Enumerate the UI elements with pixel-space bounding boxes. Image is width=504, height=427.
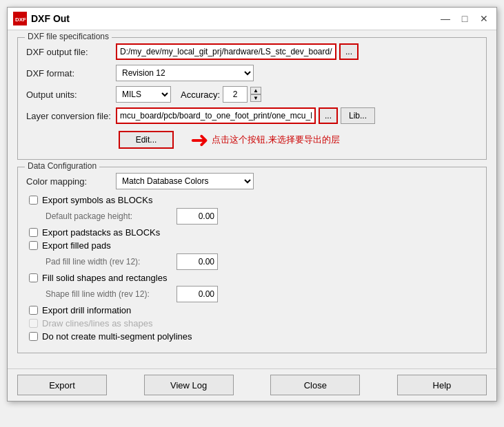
accuracy-up-button[interactable]: ▲ <box>250 87 261 94</box>
minimize-button[interactable]: — <box>439 12 452 25</box>
no-multi-segment-checkbox[interactable] <box>29 332 38 341</box>
export-padstacks-row: Export padstacks as BLOCKs <box>29 227 478 238</box>
edit-button[interactable]: Edit... <box>119 131 174 149</box>
no-multi-segment-row: Do not create multi-segment polylines <box>29 331 478 342</box>
fill-solid-checkbox[interactable] <box>29 273 38 282</box>
export-drill-row: Export drill information <box>29 305 478 315</box>
pkg-height-row: Default package height: <box>46 208 478 225</box>
layer-file-label: Layer conversion file: <box>26 111 116 121</box>
layer-browse-button[interactable]: ... <box>319 107 338 124</box>
format-label: DXF format: <box>26 68 116 79</box>
dxf-out-window: DXF DXF Out — □ ✕ DXF file specification… <box>7 7 497 402</box>
export-symbols-checkbox[interactable] <box>29 196 38 205</box>
accuracy-label: Accuracy: <box>181 90 220 100</box>
footer: Export View Log Close Help <box>8 368 496 401</box>
dxf-specs-label: DXF file specifications <box>25 32 112 41</box>
pkg-height-label: Default package height: <box>46 211 177 221</box>
draw-clines-checkbox <box>29 319 38 328</box>
accuracy-down-button[interactable]: ▼ <box>250 94 261 102</box>
export-button[interactable]: Export <box>17 375 107 395</box>
window-title: DXF Out <box>31 13 70 24</box>
draw-clines-row: Draw clines/lines as shapes <box>29 318 478 329</box>
color-mapping-row: Color mapping: Match Database Colors Off <box>26 173 478 189</box>
units-label: Output units: <box>26 90 116 100</box>
no-multi-segment-label: Do not create multi-segment polylines <box>42 331 192 342</box>
pkg-height-input[interactable] <box>177 208 218 225</box>
maximize-button[interactable]: □ <box>458 12 472 25</box>
fill-solid-row: Fill solid shapes and rectangles <box>29 273 478 283</box>
help-button[interactable]: Help <box>397 375 487 395</box>
draw-clines-label: Draw clines/lines as shapes <box>42 318 152 329</box>
export-filled-pads-row: Export filled pads <box>29 240 478 251</box>
dxf-specs-group: DXF file specifications DXF output file:… <box>17 37 487 160</box>
color-mapping-select[interactable]: Match Database Colors Off <box>116 173 254 189</box>
export-padstacks-label: Export padstacks as BLOCKs <box>42 227 160 238</box>
window-body: DXF file specifications DXF output file:… <box>8 30 496 368</box>
export-padstacks-checkbox[interactable] <box>29 228 38 237</box>
fill-solid-label: Fill solid shapes and rectangles <box>42 273 167 283</box>
output-file-label: DXF output file: <box>26 47 116 57</box>
pad-fill-row: Pad fill line width (rev 12): <box>46 253 478 270</box>
units-select[interactable]: MILS <box>116 86 171 103</box>
output-file-browse-button[interactable]: ... <box>339 43 359 60</box>
data-config-group: Data Configuration Color mapping: Match … <box>17 167 487 353</box>
output-file-input[interactable] <box>116 43 336 60</box>
svg-text:DXF: DXF <box>15 17 26 23</box>
output-file-row: DXF output file: ... <box>26 43 478 60</box>
export-filled-pads-checkbox[interactable] <box>29 241 38 250</box>
edit-row: Edit... ➜ 点击这个按钮,来选择要导出的层 <box>26 129 478 151</box>
shape-fill-input[interactable] <box>177 286 218 302</box>
format-select[interactable]: Revision 12 <box>116 65 254 81</box>
pad-fill-label: Pad fill line width (rev 12): <box>46 257 177 267</box>
app-icon: DXF <box>13 12 27 25</box>
color-mapping-label: Color mapping: <box>26 176 116 187</box>
pad-fill-input[interactable] <box>177 253 218 270</box>
export-symbols-label: Export symbols as BLOCKs <box>42 195 152 205</box>
layer-file-input[interactable] <box>116 107 316 124</box>
accuracy-input[interactable] <box>223 86 248 103</box>
export-filled-pads-label: Export filled pads <box>42 240 111 251</box>
export-drill-label: Export drill information <box>42 305 131 315</box>
shape-fill-row: Shape fill line width (rev 12): <box>46 286 478 302</box>
units-row: Output units: MILS Accuracy: ▲ ▼ <box>26 86 478 103</box>
data-config-label: Data Configuration <box>25 161 99 171</box>
shape-fill-label: Shape fill line width (rev 12): <box>46 289 177 299</box>
export-symbols-row: Export symbols as BLOCKs <box>29 195 478 205</box>
close-button-footer[interactable]: Close <box>270 375 360 395</box>
annotation-text: 点击这个按钮,来选择要导出的层 <box>212 134 340 146</box>
close-button[interactable]: ✕ <box>477 12 491 25</box>
arrow-icon: ➜ <box>190 129 209 151</box>
title-bar: DXF DXF Out — □ ✕ <box>8 8 496 30</box>
format-row: DXF format: Revision 12 <box>26 65 478 81</box>
layer-file-row: Layer conversion file: ... Lib... <box>26 107 478 124</box>
view-log-button[interactable]: View Log <box>144 375 234 395</box>
layer-lib-button[interactable]: Lib... <box>341 107 375 124</box>
export-drill-checkbox[interactable] <box>29 306 38 315</box>
